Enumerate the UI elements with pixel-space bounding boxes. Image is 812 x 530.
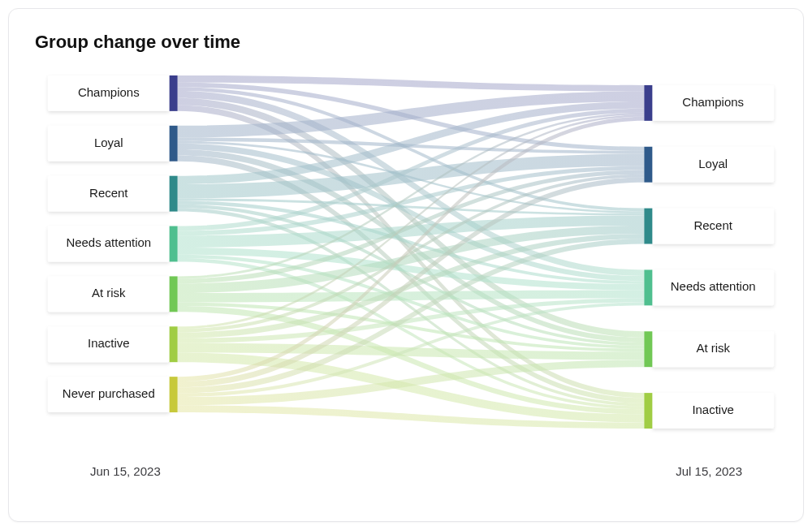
date-label-left: Jun 15, 2023 [90, 464, 161, 478]
right-node-label-at_risk: At risk [696, 341, 730, 355]
right-node-bar-recent [644, 209, 652, 244]
right-node-label-needs_attention: Needs attention [671, 279, 756, 293]
left-node-label-champions: Champions [78, 85, 140, 99]
left-node-bar-champions [170, 75, 178, 111]
left-node-label-inactive: Inactive [88, 336, 130, 350]
right-node-bar-loyal [644, 147, 652, 183]
right-node-label-loyal: Loyal [698, 157, 728, 170]
left-node-label-never_purchased: Never purchased [63, 386, 155, 400]
left-node-bar-needs_attention [170, 226, 178, 262]
left-node-label-recent: Recent [89, 186, 128, 200]
group-change-card: Group change over time ChampionsLoyalRec… [8, 8, 804, 522]
right-node-bar-needs_attention [644, 269, 652, 305]
left-node-label-needs_attention: Needs attention [66, 235, 151, 249]
right-node-bar-inactive [644, 393, 652, 429]
left-node-bar-inactive [170, 326, 178, 362]
sankey-chart: ChampionsLoyalRecentNeeds attentionAt ri… [35, 59, 787, 481]
date-label-right: Jul 15, 2023 [676, 464, 742, 478]
left-node-label-loyal: Loyal [94, 136, 123, 149]
sankey-svg: ChampionsLoyalRecentNeeds attentionAt ri… [35, 59, 787, 480]
left-node-label-at_risk: At risk [92, 286, 126, 299]
left-node-bar-at_risk [170, 276, 178, 312]
right-node-bar-champions [644, 85, 652, 121]
right-node-label-champions: Champions [682, 95, 744, 109]
left-node-bar-loyal [170, 126, 178, 162]
right-node-label-inactive: Inactive [692, 403, 734, 416]
right-node-bar-at_risk [644, 331, 652, 367]
left-node-bar-recent [170, 176, 178, 212]
chart-title: Group change over time [35, 32, 787, 53]
right-node-label-recent: Recent [693, 218, 732, 232]
left-node-bar-never_purchased [170, 377, 178, 412]
